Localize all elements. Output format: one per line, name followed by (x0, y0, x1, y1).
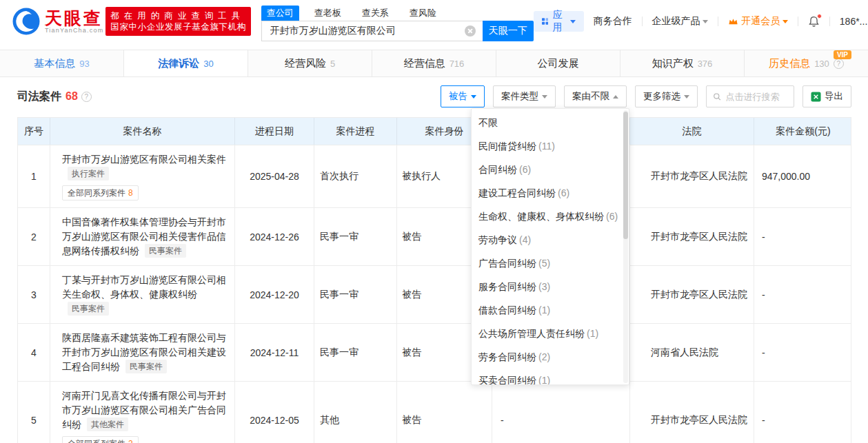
table-row: 1 开封市万岁山游览区有限公司相关案件执行案件 全部同系列案件8 2025-04… (18, 145, 851, 207)
cell-case-progress: 民事一审 (314, 208, 397, 265)
nav-vip-upgrade[interactable]: 开通会员 (728, 15, 788, 28)
nav-business-cooperation[interactable]: 商务合作 (594, 15, 632, 28)
top-header: 天眼查 TianYanCha.com 都在用的商业查询工具 国家中小企业发展子基… (0, 0, 868, 43)
section-tab[interactable]: 知识产权 376 (620, 50, 745, 76)
filter-case-type-label: 案件类型 (501, 90, 538, 103)
search-tab[interactable]: 查风险 (404, 6, 442, 21)
chevron-down-icon (703, 20, 708, 26)
enterprise-label: 企业级产品 (652, 15, 700, 28)
dropdown-scrollbar-track[interactable] (623, 110, 628, 383)
search-icon (713, 92, 721, 102)
section-tab[interactable]: 基本信息 93 (0, 50, 124, 76)
filter-more-button[interactable]: 更多筛选 (635, 85, 698, 107)
logo-text: 天眼查 TianYanCha.com (45, 9, 103, 34)
clear-input-icon[interactable] (465, 25, 476, 37)
dropdown-option[interactable]: 民间借贷纠纷(11) (472, 134, 629, 158)
cases-toolbar: 司法案件 68 ? 被告 案件类型 案由不限 更多筛选 (17, 84, 851, 109)
nav-enterprise-products[interactable]: 企业级产品 (652, 15, 708, 28)
section-tab[interactable]: 历史信息 130 VIP ? (745, 50, 868, 76)
tab-label: 公司发展 (538, 57, 579, 70)
section-tab[interactable]: 经营风险 5 (248, 50, 372, 76)
user-account[interactable]: 186*... (840, 16, 868, 27)
cell-case-name: 陕西居隆嘉禾建筑装饰工程有限公司与开封市万岁山游览区有限公司相关建设工程合同纠纷… (50, 324, 235, 381)
tab-count: 716 (450, 59, 465, 69)
dropdown-option[interactable]: 劳务合同纠纷(2) (472, 345, 629, 369)
case-type-tag: 民事案件 (145, 244, 186, 258)
dropdown-option-label: 广告合同纠纷 (478, 258, 536, 269)
cell-amount: - (754, 266, 852, 323)
cell-case-role: 被告 (397, 382, 492, 443)
case-name-link[interactable]: 丁某与开封市万岁山游览区有限公司相关生命权、身体权、健康权纠纷 (62, 274, 226, 300)
tab-count: 93 (79, 59, 89, 69)
dropdown-option[interactable]: 生命权、健康权、身体权纠纷(6) (472, 205, 629, 228)
series-cases-tag[interactable]: 全部同系列案件2 (62, 436, 139, 443)
filter-cause-button[interactable]: 案由不限 (564, 85, 627, 107)
slogan-line1: 都在用的商业查询工具 (110, 10, 246, 21)
dropdown-option[interactable]: 借款合同纠纷(1) (472, 298, 629, 322)
dropdown-option-label: 合同纠纷 (478, 164, 517, 175)
dropdown-option[interactable]: 劳动争议(4) (472, 228, 629, 251)
help-icon: ? (81, 92, 92, 102)
tab-label: 经营信息 (404, 57, 445, 70)
dropdown-option-label: 服务合同纠纷 (478, 281, 536, 292)
dropdown-option-count: (6) (606, 211, 618, 222)
series-cases-tag[interactable]: 全部同系列案件8 (62, 185, 139, 200)
notifications-bell[interactable] (808, 16, 820, 28)
company-search-input[interactable] (261, 21, 483, 41)
apps-label: 应用 (552, 9, 565, 34)
cell-amount: - (754, 382, 852, 443)
dropdown-option[interactable]: 买卖合同纠纷(1) (472, 369, 629, 385)
section-tab[interactable]: 经营信息 716 (372, 50, 496, 76)
dropdown-option-label: 民间借贷纠纷 (478, 141, 536, 152)
dropdown-option[interactable]: 公共场所管理人责任纠纷(1) (472, 322, 629, 345)
dropdown-option-label: 公共场所管理人责任纠纷 (478, 328, 585, 339)
search-button[interactable]: 天眼一下 (483, 21, 534, 41)
cases-count: 68 (65, 90, 78, 103)
dropdown-option-count: (6) (519, 164, 531, 175)
dropdown-option[interactable]: 建设工程合同纠纷(6) (472, 181, 629, 205)
apps-grid-icon (542, 17, 549, 26)
dropdown-option-count: (11) (538, 141, 555, 152)
case-name-link[interactable]: 开封市万岁山游览区有限公司相关案件 (62, 154, 226, 165)
search-tab[interactable]: 查老板 (309, 6, 347, 21)
cell-seq: 3 (18, 266, 50, 323)
column-header: 法院 (630, 118, 754, 145)
dropdown-option-label: 劳务合同纠纷 (478, 351, 536, 362)
filter-role-button[interactable]: 被告 (441, 85, 485, 107)
tab-label: 知识产权 (652, 57, 694, 70)
cell-seq: 1 (18, 145, 50, 207)
page: 天眼查 TianYanCha.com 都在用的商业查询工具 国家中小企业发展子基… (0, 0, 868, 443)
cell-amount: - (754, 324, 852, 381)
export-button[interactable]: 导出 (803, 85, 851, 107)
search-tab[interactable]: 查公司 (261, 6, 299, 21)
cause-filter-dropdown: 不限 民间借贷纠纷(11) 合同纠纷(6) 建设工程合同纠纷(6) 生命权、健康… (471, 108, 629, 385)
table-row: 5 河南开门见喜文化传播有限公司与开封市万岁山游览区有限公司相关广告合同纠纷其他… (18, 381, 851, 443)
divider (798, 17, 798, 26)
vip-label: 开通会员 (741, 15, 780, 28)
cell-case-progress: 首次执行 (314, 145, 397, 207)
table-search-input[interactable] (725, 92, 787, 102)
toolbar-controls: 被告 案件类型 案由不限 更多筛选 (441, 85, 851, 107)
tab-count: 130 (814, 59, 829, 69)
dropdown-option[interactable]: 广告合同纠纷(5) (472, 251, 629, 275)
dropdown-option[interactable]: 服务合同纠纷(3) (472, 275, 629, 298)
tab-label: 经营风险 (285, 57, 326, 70)
dropdown-scrollbar-thumb[interactable] (623, 112, 628, 239)
section-tab[interactable]: 法律诉讼 30 (124, 50, 248, 76)
tianyancha-logo[interactable]: 天眼查 TianYanCha.com (12, 8, 103, 35)
series-label: 全部同系列案件 (68, 188, 125, 198)
apps-menu[interactable]: 应用 (534, 11, 584, 32)
dropdown-option[interactable]: 合同纠纷(6) (472, 158, 629, 181)
cell-seq: 5 (18, 382, 50, 443)
excel-icon (811, 92, 821, 102)
case-name-link[interactable]: 中国音像著作权集体管理协会与开封市万岁山游览区有限公司相关侵害作品信息网络传播权… (62, 216, 226, 256)
dropdown-option[interactable]: 不限 (472, 111, 629, 134)
tab-label: 基本信息 (34, 57, 75, 70)
search-tab[interactable]: 查关系 (356, 6, 394, 21)
cell-amount: 947,000.00 (754, 145, 852, 207)
filter-case-type-button[interactable]: 案件类型 (493, 85, 556, 107)
chevron-down-icon (684, 95, 689, 101)
section-tab[interactable]: 公司发展 (496, 50, 620, 76)
dropdown-option-count: (1) (538, 305, 550, 316)
chevron-down-icon (783, 20, 788, 26)
